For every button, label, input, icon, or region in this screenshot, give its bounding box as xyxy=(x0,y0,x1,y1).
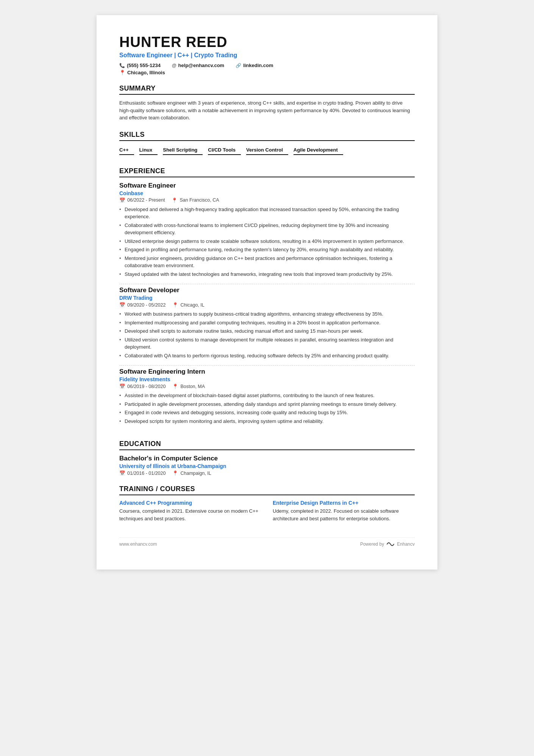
bullet-item: Developed scripts for system monitoring … xyxy=(119,418,415,425)
exp-location: 📍 Chicago, IL xyxy=(172,302,204,308)
enhancv-logo xyxy=(386,542,395,547)
powered-by-text: Powered by xyxy=(360,542,384,547)
brand-name: Enhancv xyxy=(397,542,415,547)
calendar-icon: 📅 xyxy=(119,197,125,203)
location-value: Chicago, Illinois xyxy=(127,70,165,75)
job-title: Software Developer xyxy=(119,286,415,294)
location-row: 📍 Chicago, Illinois xyxy=(119,70,415,75)
summary-text: Enthusiastic software engineer with 3 ye… xyxy=(119,99,415,122)
education-title: EDUCATION xyxy=(119,440,415,450)
phone-value: (555) 555-1234 xyxy=(127,63,161,68)
location-pin-icon: 📍 xyxy=(172,383,178,389)
edu-location: 📍 Champaign, IL xyxy=(172,470,211,476)
location-pin-icon: 📍 xyxy=(172,197,178,203)
job-title: Software Engineer xyxy=(119,182,415,189)
exp-bullets: Assisted in the development of blockchai… xyxy=(119,392,415,425)
bullet-item: Implemented multiprocessing and parallel… xyxy=(119,319,415,327)
email-icon: @ xyxy=(172,63,176,68)
bullet-item: Worked with business partners to supply … xyxy=(119,310,415,318)
linkedin-value: linkedin.com xyxy=(243,63,273,68)
bullet-item: Developed and delivered a high-frequency… xyxy=(119,206,415,221)
contact-row: 📞 (555) 555-1234 @ help@enhancv.com 🔗 li… xyxy=(119,63,415,68)
header: HUNTER REED Software Engineer | C++ | Cr… xyxy=(119,34,415,75)
experience-entry: Software Engineering Intern Fidelity Inv… xyxy=(119,368,415,431)
training-item: Enterprise Design Patterns in C++ Udemy,… xyxy=(273,500,415,522)
bullet-item: Stayed updated with the latest technolog… xyxy=(119,271,415,278)
bullet-item: Mentored junior engineers, providing gui… xyxy=(119,255,415,269)
skills-section: SKILLS C++LinuxShell ScriptingCI/CD Tool… xyxy=(119,131,415,158)
phone-contact: 📞 (555) 555-1234 xyxy=(119,63,161,68)
bullet-item: Participated in agile development proces… xyxy=(119,401,415,408)
skills-title: SKILLS xyxy=(119,131,415,141)
calendar-icon: 📅 xyxy=(119,302,125,308)
training-title: Enterprise Design Patterns in C++ xyxy=(273,500,415,506)
experience-entry: Software Engineer Coinbase 📅 06/2022 - P… xyxy=(119,182,415,285)
linkedin-contact: 🔗 linkedin.com xyxy=(236,63,273,68)
exp-dates: 📅 06/2022 - Present xyxy=(119,197,165,203)
education-container: Bachelor's in Computer Science Universit… xyxy=(119,455,415,476)
skills-row: C++LinuxShell ScriptingCI/CD ToolsVersio… xyxy=(119,146,415,158)
training-title: Advanced C++ Programming xyxy=(119,500,261,506)
job-title: Software Engineering Intern xyxy=(119,368,415,376)
skill-tag: CI/CD Tools xyxy=(208,146,241,155)
skill-tag: C++ xyxy=(119,146,134,155)
edu-degree: Bachelor's in Computer Science xyxy=(119,455,415,462)
company-name: Coinbase xyxy=(119,190,415,196)
bullet-item: Developed shell scripts to automate rout… xyxy=(119,327,415,335)
calendar-icon: 📅 xyxy=(119,383,125,389)
training-section: TRAINING / COURSES Advanced C++ Programm… xyxy=(119,485,415,522)
footer: www.enhancv.com Powered by Enhancv xyxy=(119,537,415,547)
education-section: EDUCATION Bachelor's in Computer Science… xyxy=(119,440,415,476)
skill-tag: Version Control xyxy=(246,146,288,155)
bullet-item: Utilized version control systems to mana… xyxy=(119,336,415,351)
footer-brand: Powered by Enhancv xyxy=(360,542,415,547)
skill-tag: Agile Development xyxy=(294,146,343,155)
edu-dates: 📅 01/2016 - 01/2020 xyxy=(119,470,166,476)
footer-website: www.enhancv.com xyxy=(119,542,157,547)
phone-icon: 📞 xyxy=(119,63,125,68)
bullet-item: Collaborated with QA teams to perform ri… xyxy=(119,352,415,360)
bullet-item: Utilized enterprise design patterns to c… xyxy=(119,238,415,245)
summary-section: SUMMARY Enthusiastic software engineer w… xyxy=(119,85,415,122)
company-name: Fidelity Investments xyxy=(119,376,415,382)
summary-title: SUMMARY xyxy=(119,85,415,95)
skill-tag: Shell Scripting xyxy=(163,146,203,155)
location-pin-icon: 📍 xyxy=(172,470,178,476)
skill-tag: Linux xyxy=(139,146,158,155)
bullet-item: Engaged in code reviews and debugging se… xyxy=(119,409,415,416)
experience-title: EXPERIENCE xyxy=(119,167,415,177)
exp-location: 📍 Boston, MA xyxy=(172,383,205,389)
education-entry: Bachelor's in Computer Science Universit… xyxy=(119,455,415,476)
experience-entry: Software Developer DRW Trading 📅 09/2020… xyxy=(119,286,415,366)
exp-meta: 📅 09/2020 - 05/2022 📍 Chicago, IL xyxy=(119,302,415,308)
exp-dates: 📅 06/2019 - 08/2020 xyxy=(119,383,166,389)
location-pin-icon: 📍 xyxy=(172,302,178,308)
exp-meta: 📅 06/2019 - 08/2020 📍 Boston, MA xyxy=(119,383,415,389)
edu-school: University of Illinois at Urbana-Champai… xyxy=(119,463,415,469)
company-name: DRW Trading xyxy=(119,295,415,301)
email-contact: @ help@enhancv.com xyxy=(172,63,224,68)
email-value: help@enhancv.com xyxy=(178,63,225,68)
training-title: TRAINING / COURSES xyxy=(119,485,415,495)
exp-bullets: Worked with business partners to supply … xyxy=(119,310,415,359)
candidate-title: Software Engineer | C++ | Crypto Trading xyxy=(119,52,415,59)
resume-page: HUNTER REED Software Engineer | C++ | Cr… xyxy=(97,15,437,570)
link-icon: 🔗 xyxy=(236,63,241,68)
exp-meta: 📅 06/2022 - Present 📍 San Francisco, CA xyxy=(119,197,415,203)
training-item: Advanced C++ Programming Coursera, compl… xyxy=(119,500,261,522)
training-desc: Coursera, completed in 2021. Extensive c… xyxy=(119,507,261,522)
training-container: Advanced C++ Programming Coursera, compl… xyxy=(119,500,415,522)
experience-container: Software Engineer Coinbase 📅 06/2022 - P… xyxy=(119,182,415,431)
exp-location: 📍 San Francisco, CA xyxy=(172,197,219,203)
edu-meta: 📅 01/2016 - 01/2020 📍 Champaign, IL xyxy=(119,470,415,476)
candidate-name: HUNTER REED xyxy=(119,34,415,50)
bullet-item: Assisted in the development of blockchai… xyxy=(119,392,415,399)
exp-dates: 📅 09/2020 - 05/2022 xyxy=(119,302,166,308)
location-icon: 📍 xyxy=(119,70,125,75)
training-desc: Udemy, completed in 2022. Focused on sca… xyxy=(273,507,415,522)
bullet-item: Engaged in profiling and performance tun… xyxy=(119,246,415,254)
experience-section: EXPERIENCE Software Engineer Coinbase 📅 … xyxy=(119,167,415,431)
bullet-item: Collaborated with cross-functional teams… xyxy=(119,222,415,236)
exp-bullets: Developed and delivered a high-frequency… xyxy=(119,206,415,278)
calendar-icon: 📅 xyxy=(119,470,125,476)
